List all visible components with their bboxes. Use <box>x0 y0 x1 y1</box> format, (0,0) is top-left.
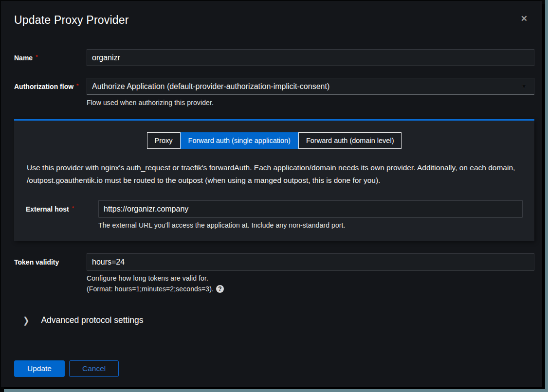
external-host-help: The external URL you'll access the appli… <box>98 221 523 229</box>
form-row-external-host: External host* The external URL you'll a… <box>26 200 523 229</box>
external-host-label-text: External host <box>26 205 69 213</box>
required-asterisk: * <box>36 54 37 60</box>
advanced-protocol-settings-expander[interactable]: ❯ Advanced protocol settings <box>14 315 534 325</box>
proxy-mode-toggle-group: Proxy Forward auth (single application) … <box>26 132 523 149</box>
required-asterisk: * <box>72 205 74 211</box>
token-validity-help: Configure how long tokens are valid for. <box>87 274 534 282</box>
name-input[interactable] <box>87 49 534 66</box>
authorization-flow-help: Flow used when authorizing this provider… <box>87 99 534 107</box>
external-host-input[interactable] <box>98 200 523 217</box>
proxy-mode-card: Proxy Forward auth (single application) … <box>14 119 534 241</box>
authorization-flow-select[interactable]: Authorize Application (default-provider-… <box>87 78 534 95</box>
tab-proxy[interactable]: Proxy <box>147 132 181 149</box>
page-backdrop-bottom-edge <box>4 389 548 392</box>
external-host-field-wrap: The external URL you'll access the appli… <box>98 200 523 229</box>
help-icon-glyph: ? <box>218 285 221 292</box>
update-button[interactable]: Update <box>14 360 65 377</box>
close-icon[interactable]: ✕ <box>521 15 528 23</box>
page-title: Update Proxy Provider <box>14 14 534 27</box>
chevron-down-icon: ▼ <box>521 83 527 90</box>
token-validity-field-wrap: Configure how long tokens are valid for.… <box>87 253 534 293</box>
chevron-right-icon: ❯ <box>23 315 29 326</box>
token-validity-format-help: (Format: hours=1;minutes=2;seconds=3). ? <box>87 285 534 293</box>
update-proxy-provider-modal: Update Proxy Provider ✕ Name* Authorizat… <box>1 1 542 387</box>
cancel-button[interactable]: Cancel <box>69 360 119 377</box>
page-backdrop-right-edge <box>545 0 548 392</box>
token-validity-label-text: Token validity <box>14 258 59 266</box>
external-host-label: External host* <box>26 200 98 213</box>
tab-forward-auth-domain-level[interactable]: Forward auth (domain level) <box>298 132 402 149</box>
authorization-flow-label: Authorization flow* <box>14 78 87 90</box>
token-validity-label: Token validity <box>14 253 87 266</box>
mode-description: Use this provider with nginx's auth_requ… <box>27 161 522 187</box>
name-label-text: Name <box>14 54 33 62</box>
help-icon[interactable]: ? <box>216 285 224 293</box>
modal-actions: Update Cancel <box>14 360 534 377</box>
form-row-authorization-flow: Authorization flow* Authorize Applicatio… <box>14 78 534 107</box>
authorization-flow-selected-value: Authorize Application (default-provider-… <box>92 82 329 91</box>
authorization-flow-field-wrap: Authorize Application (default-provider-… <box>87 78 534 107</box>
advanced-protocol-settings-label: Advanced protocol settings <box>41 315 143 325</box>
modal-header: Update Proxy Provider ✕ <box>14 14 534 27</box>
tab-forward-auth-single-application[interactable]: Forward auth (single application) <box>181 132 298 149</box>
form-row-name: Name* <box>14 49 534 66</box>
authorization-flow-label-text: Authorization flow <box>14 83 73 90</box>
required-asterisk: * <box>76 83 78 89</box>
token-validity-input[interactable] <box>87 253 534 270</box>
name-label: Name* <box>14 49 87 62</box>
form-row-token-validity: Token validity Configure how long tokens… <box>14 253 534 293</box>
token-validity-format-text: (Format: hours=1;minutes=2;seconds=3). <box>87 285 214 293</box>
name-field-wrap <box>87 49 534 66</box>
